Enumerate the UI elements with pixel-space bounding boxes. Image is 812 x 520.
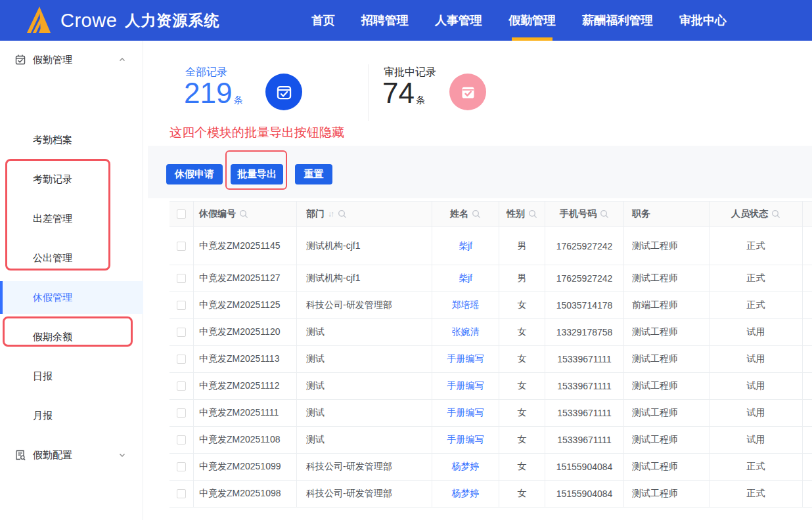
app-title: 人力资源系统 <box>125 11 219 31</box>
overflow-cell <box>803 481 812 507</box>
nav-active-underline <box>512 37 553 41</box>
calendar-check-icon <box>14 54 26 66</box>
chevron-up-icon[interactable] <box>118 56 126 64</box>
employee-name-link[interactable]: 杨梦婷 <box>452 461 480 473</box>
nav-item-compensation[interactable]: 薪酬福利管理 <box>582 0 653 41</box>
gender-cell: 女 <box>499 346 545 372</box>
row-checkbox[interactable] <box>177 435 186 444</box>
sidebar-item-label: 假期余额 <box>33 331 72 343</box>
stat-all-value: 219条 <box>184 79 242 108</box>
sort-icon[interactable]: ↓↑ <box>328 209 333 219</box>
select-all-checkbox[interactable] <box>177 209 186 219</box>
row-checkbox[interactable] <box>177 462 186 471</box>
search-icon[interactable] <box>239 209 248 219</box>
nav-item-personnel[interactable]: 人事管理 <box>435 0 482 41</box>
leave-id-cell: 中竟发ZM20251127 <box>194 265 297 292</box>
stat-pending-number: 74 <box>382 77 415 109</box>
leave-id-cell: 中竟发ZM20251108 <box>194 427 297 453</box>
sidebar-group-label: 假勤配置 <box>33 449 72 462</box>
sidebar-item-label: 公出管理 <box>33 252 72 265</box>
name-cell: 杨梦婷 <box>432 454 499 480</box>
sidebar-item-holiday-balance[interactable]: 假期余额 <box>0 320 143 353</box>
sidebar-group-attendance[interactable]: 假勤管理 <box>0 43 143 76</box>
employee-name-link[interactable]: 手册编写 <box>447 353 484 365</box>
phone-cell: 15339671111 <box>545 373 624 399</box>
leave-apply-button[interactable]: 休假申请 <box>166 164 223 184</box>
nav-item-attendance[interactable]: 假勤管理 <box>508 0 556 41</box>
overflow-cell <box>803 346 812 372</box>
column-label: 人员状态 <box>731 208 768 220</box>
department-cell: 科技公司-研发管理部 <box>297 454 432 480</box>
name-cell: 手册编写 <box>432 373 499 399</box>
job-title-cell: 前端工程师 <box>624 292 710 318</box>
search-icon[interactable] <box>528 209 537 219</box>
search-icon[interactable] <box>600 209 609 219</box>
header-department: 部门 ↓↑ <box>297 202 432 227</box>
sidebar-item-business-trip[interactable]: 出差管理 <box>0 202 143 235</box>
row-select-cell <box>169 454 194 480</box>
search-icon[interactable] <box>338 209 347 219</box>
phone-cell: 17625927242 <box>545 265 624 292</box>
reset-button[interactable]: 重置 <box>295 164 332 184</box>
column-label: 性别 <box>507 208 525 220</box>
row-checkbox[interactable] <box>177 355 186 364</box>
leave-records-table: 休假编号 部门 ↓↑ 姓名 性别 手机号码 职务 <box>169 201 812 508</box>
stat-pending-value: 74条 <box>382 79 425 108</box>
batch-export-button[interactable]: 批量导出 <box>231 164 283 184</box>
employee-name-link[interactable]: 柴jf <box>459 240 472 252</box>
sidebar-item-label: 月报 <box>33 410 53 422</box>
employee-name-link[interactable]: 杨梦婷 <box>452 488 480 500</box>
table-row: 中竟发ZM20251108 测试 手册编写 女 15339671111 测试工程… <box>169 427 812 454</box>
gender-cell: 女 <box>499 481 545 507</box>
nav-item-home[interactable]: 首页 <box>311 0 335 41</box>
job-title-cell: 测试工程师 <box>624 319 710 345</box>
chevron-down-icon[interactable] <box>118 451 126 459</box>
row-checkbox[interactable] <box>177 381 186 391</box>
row-checkbox[interactable] <box>177 274 186 283</box>
employee-name-link[interactable]: 张婉清 <box>452 326 480 338</box>
header-overflow-cell <box>803 202 812 227</box>
job-title-cell: 测试工程师 <box>624 454 710 480</box>
sidebar-item-attendance-record[interactable]: 考勤记录 <box>0 163 143 196</box>
staff-status-cell: 试用 <box>710 373 803 399</box>
employee-name-link[interactable]: 郑培瑶 <box>452 299 480 311</box>
gender-cell: 男 <box>499 227 545 265</box>
sidebar-item-label: 考勤档案 <box>33 134 72 146</box>
name-cell: 手册编写 <box>432 400 499 426</box>
row-select-cell <box>169 292 194 318</box>
job-title-cell: 测试工程师 <box>624 427 710 453</box>
sidebar-item-leave-management[interactable]: 休假管理 <box>0 281 143 314</box>
phone-cell: 13329178758 <box>545 319 624 345</box>
sidebar-item-attendance-archive[interactable]: 考勤档案 <box>0 123 143 156</box>
row-checkbox[interactable] <box>177 408 186 418</box>
nav-item-approval-center[interactable]: 审批中心 <box>679 0 727 41</box>
sidebar-item-official-outing[interactable]: 公出管理 <box>0 242 143 274</box>
nav-item-label: 招聘管理 <box>361 12 409 28</box>
row-checkbox[interactable] <box>177 242 186 251</box>
sidebar-group-attendance-config[interactable]: 假勤配置 <box>0 439 143 471</box>
calendar-check-badge-pink-icon <box>449 74 486 110</box>
employee-name-link[interactable]: 手册编写 <box>447 407 484 419</box>
overflow-cell <box>803 265 812 292</box>
phone-cell: 15339671111 <box>545 346 624 372</box>
row-checkbox[interactable] <box>177 328 186 337</box>
employee-name-link[interactable]: 手册编写 <box>447 434 484 446</box>
search-icon[interactable] <box>771 209 780 219</box>
overflow-cell <box>803 427 812 453</box>
employee-name-link[interactable]: 柴jf <box>459 272 472 284</box>
search-icon[interactable] <box>472 209 481 219</box>
stat-pending-unit: 条 <box>416 95 425 105</box>
header-job-title: 职务 <box>624 202 710 227</box>
nav-item-recruitment[interactable]: 招聘管理 <box>361 0 409 41</box>
employee-name-link[interactable]: 手册编写 <box>447 380 484 392</box>
sidebar-item-monthly-report[interactable]: 月报 <box>0 399 143 432</box>
table-row: 中竟发ZM20251127 测试机构-cjf1 柴jf 男 1762592724… <box>169 265 812 292</box>
sidebar-item-daily-report[interactable]: 日报 <box>0 360 143 393</box>
sidebar-group-label: 假勤管理 <box>33 54 72 66</box>
nav-item-label: 薪酬福利管理 <box>582 12 653 28</box>
overflow-cell <box>803 227 812 265</box>
staff-status-cell: 正式 <box>710 265 803 292</box>
row-checkbox[interactable] <box>177 301 186 310</box>
row-checkbox[interactable] <box>177 489 186 498</box>
gender-cell: 女 <box>499 373 545 399</box>
